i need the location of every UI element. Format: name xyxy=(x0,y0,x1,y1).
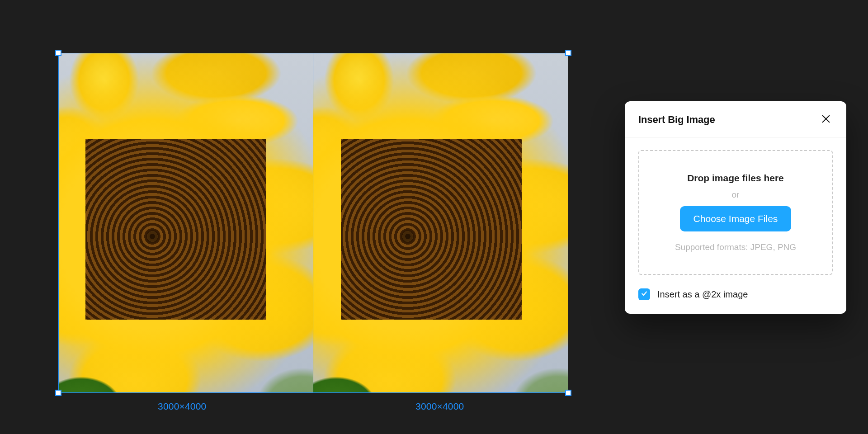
resize-handle-top-right[interactable] xyxy=(565,50,571,56)
insert-big-image-dialog: Insert Big Image Drop image files here o… xyxy=(625,101,846,314)
option-label: Insert as a @2x image xyxy=(657,289,748,300)
choose-files-button[interactable]: Choose Image Files xyxy=(680,206,792,231)
resize-handle-top-left[interactable] xyxy=(55,50,61,56)
close-icon xyxy=(821,114,831,125)
dropzone-title: Drop image files here xyxy=(687,173,784,184)
dropzone[interactable]: Drop image files here or Choose Image Fi… xyxy=(638,150,833,275)
resize-handle-bottom-left[interactable] xyxy=(55,390,61,396)
selection-outline xyxy=(58,53,568,393)
dropzone-or: or xyxy=(732,190,740,200)
insert-2x-option[interactable]: Insert as a @2x image xyxy=(638,288,833,300)
canvas-selection[interactable]: 3000×4000 3000×4000 xyxy=(58,53,568,393)
resize-handle-bottom-right[interactable] xyxy=(565,390,571,396)
supported-formats: Supported formats: JPEG, PNG xyxy=(675,242,796,252)
dimension-label: 3000×4000 xyxy=(158,401,207,412)
checkbox-checked[interactable] xyxy=(638,288,650,300)
close-button[interactable] xyxy=(819,112,833,127)
dialog-title: Insert Big Image xyxy=(638,114,715,126)
dialog-header: Insert Big Image xyxy=(625,101,846,137)
dimension-label: 3000×4000 xyxy=(415,401,464,412)
dialog-body: Drop image files here or Choose Image Fi… xyxy=(625,137,846,314)
check-icon xyxy=(641,290,648,299)
